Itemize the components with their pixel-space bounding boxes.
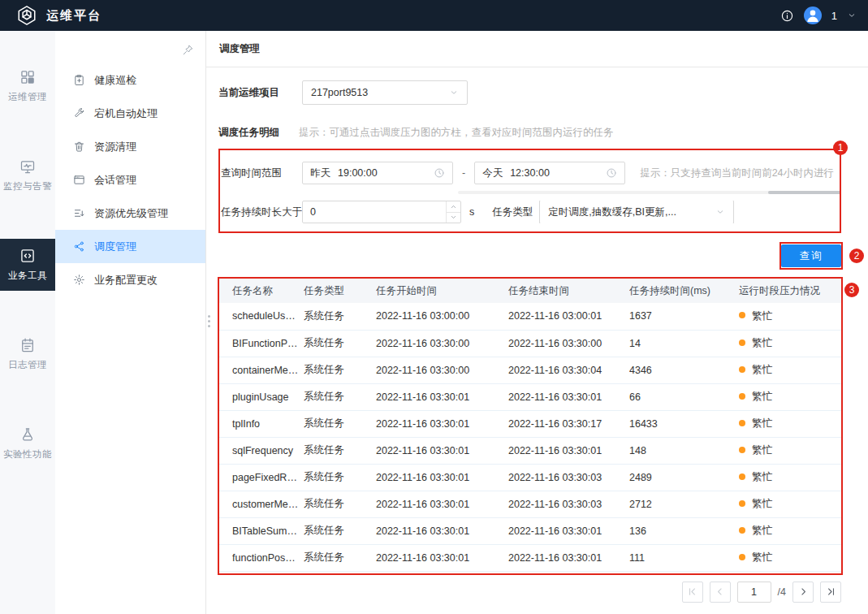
logs-icon: [19, 337, 36, 353]
sidebar-item-label: 运维管理: [8, 91, 47, 103]
query-button[interactable]: 查询: [781, 244, 841, 267]
last-page-button[interactable]: [820, 582, 841, 603]
task-status-cell: 繁忙: [739, 437, 841, 464]
task-start-cell: 2022-11-16 03:30:01: [376, 491, 508, 517]
pin-icon[interactable]: [182, 44, 194, 56]
task-duration-cell: 1637: [629, 303, 739, 330]
task-type-select[interactable]: 定时调度,抽数缓存,BI更新,...: [539, 201, 734, 223]
menu-item-session[interactable]: 会话管理: [55, 163, 205, 197]
duration-unit: s: [469, 206, 474, 218]
duration-label: 任务持续时长大于: [221, 205, 302, 219]
table-row[interactable]: functionPossess系统任务2022-11-16 03:30:0120…: [218, 544, 841, 571]
sidebar-item-logs[interactable]: 日志管理: [0, 328, 55, 380]
menu-item-priority[interactable]: 资源优先级管理: [55, 197, 205, 230]
task-type-cell: 系统任务: [304, 303, 376, 330]
column-header: 任务结束时间: [508, 279, 629, 303]
table-row[interactable]: sqlFrequency系统任务2022-11-16 03:30:012022-…: [218, 437, 841, 464]
time-from-value: 19:00:00: [338, 167, 426, 179]
task-start-cell: 2022-11-16 03:30:00: [376, 330, 508, 357]
menu-item-label: 宕机自动处理: [94, 106, 158, 121]
task-type-select-value: 定时调度,抽数缓存,BI更新,...: [548, 205, 710, 219]
stepper-down-icon[interactable]: [447, 212, 460, 223]
status-busy-dot: [739, 339, 745, 346]
task-end-cell: 2022-11-16 03:30:01: [508, 544, 629, 571]
time-range-label: 查询时间范围: [221, 166, 302, 180]
chevron-down-icon[interactable]: [847, 11, 857, 20]
table-row[interactable]: customerMess...系统任务2022-11-16 03:30:0120…: [218, 491, 841, 517]
time-range-hint: 提示：只支持查询当前时间前24小时内进行: [640, 166, 841, 180]
page-number-input[interactable]: [737, 582, 771, 603]
status-busy-dot: [739, 393, 745, 400]
menu-item-health[interactable]: 健康巡检: [55, 63, 205, 97]
sidebar-item-label: 实验性功能: [3, 448, 52, 460]
annotation-badge-1: 1: [833, 141, 848, 155]
topbar-right: 1: [780, 6, 857, 24]
duration-stepper: [446, 201, 460, 223]
status-busy-dot: [739, 500, 745, 507]
clean-icon: [73, 141, 85, 153]
status-busy-dot: [739, 554, 745, 560]
horizontal-scrollbar[interactable]: [458, 191, 841, 194]
task-type-cell: 系统任务: [304, 544, 376, 571]
task-name-cell: pluginUsage: [218, 383, 304, 410]
menu-item-config[interactable]: 业务配置更改: [55, 263, 205, 296]
table-row[interactable]: BIFunctionPos...系统任务2022-11-16 03:30:002…: [218, 330, 841, 357]
next-page-button[interactable]: [792, 582, 814, 603]
time-from-day: 昨天: [310, 166, 330, 180]
info-icon[interactable]: [780, 9, 794, 23]
scrollbar-thumb[interactable]: [768, 191, 841, 194]
menu-item-label: 调度管理: [94, 240, 136, 254]
task-name-cell: tplInfo: [218, 410, 304, 437]
time-to-picker[interactable]: 今天 12:30:00: [474, 162, 625, 184]
sidebar-item-label: 业务工具: [8, 270, 47, 282]
menu-item-label: 会话管理: [94, 173, 136, 188]
project-label: 当前运维项目: [218, 86, 279, 100]
task-end-cell: 2022-11-16 03:30:03: [508, 491, 629, 517]
menu-item-schedule[interactable]: 调度管理: [55, 230, 205, 263]
project-select[interactable]: 217port9513: [302, 80, 468, 105]
time-from-picker[interactable]: 昨天 19:00:00: [302, 162, 453, 184]
status-busy-dot: [739, 420, 745, 426]
sidebar-item-tools[interactable]: 业务工具: [0, 239, 55, 291]
section-hint: 提示：可通过点击调度压力图的方柱，查看对应时间范围内运行的任务: [299, 126, 614, 140]
user-count: 1: [831, 10, 837, 22]
task-type-cell: 系统任务: [304, 383, 376, 410]
table-row[interactable]: tplInfo系统任务2022-11-16 03:30:012022-11-16…: [218, 410, 841, 437]
column-header: 任务名称: [218, 279, 304, 303]
task-type-cell: 系统任务: [304, 437, 376, 464]
task-end-cell: 2022-11-16 03:30:01: [508, 383, 629, 410]
section-title: 调度任务明细: [218, 126, 279, 140]
task-status-cell: 繁忙: [739, 491, 841, 517]
chevron-down-icon: [715, 207, 725, 217]
task-start-cell: 2022-11-16 03:30:01: [376, 437, 508, 464]
table-row[interactable]: BITableSumCo...系统任务2022-11-16 03:30:0120…: [218, 517, 841, 544]
page-total: /4: [778, 586, 786, 598]
ops-icon: [19, 69, 36, 85]
duration-input[interactable]: [302, 201, 461, 223]
table-row[interactable]: pageFixedRow系统任务2022-11-16 03:30:012022-…: [218, 464, 841, 491]
sidebar-item-experiment[interactable]: 实验性功能: [0, 417, 55, 469]
stepper-up-icon[interactable]: [447, 201, 460, 212]
layout: 运维管理监控与告警业务工具日志管理实验性功能 健康巡检宕机自动处理资源清理会话管…: [0, 31, 868, 614]
secondary-nav-items: 健康巡检宕机自动处理资源清理会话管理资源优先级管理调度管理业务配置更改: [55, 63, 205, 296]
table-row[interactable]: scheduleUsage系统任务2022-11-16 03:00:002022…: [218, 303, 841, 330]
table-row[interactable]: pluginUsage系统任务2022-11-16 03:30:012022-1…: [218, 383, 841, 410]
menu-item-autofix[interactable]: 宕机自动处理: [55, 97, 205, 130]
prev-page-button[interactable]: [710, 582, 731, 603]
task-duration-cell: 2489: [629, 464, 739, 491]
task-end-cell: 2022-11-16 03:30:01: [508, 437, 629, 464]
task-duration-cell: 136: [629, 517, 739, 544]
sidebar-item-monitor[interactable]: 监控与告警: [0, 149, 55, 201]
column-header: 任务持续时间(ms): [629, 279, 739, 303]
annotation-badge-2: 2: [849, 249, 864, 263]
sidebar-item-label: 监控与告警: [3, 180, 52, 192]
menu-item-clean[interactable]: 资源清理: [55, 130, 205, 163]
table-row[interactable]: containerMess...系统任务2022-11-16 03:30:002…: [218, 357, 841, 383]
avatar[interactable]: [804, 6, 822, 24]
first-page-button[interactable]: [682, 582, 703, 603]
task-type-cell: 系统任务: [304, 491, 376, 517]
status-busy-dot: [739, 527, 745, 534]
page-content: 当前运维项目 217port9513 调度任务明细 提示：可通过点击调度压力图的…: [206, 67, 868, 614]
task-name-cell: scheduleUsage: [218, 303, 304, 330]
sidebar-item-ops[interactable]: 运维管理: [0, 60, 55, 112]
